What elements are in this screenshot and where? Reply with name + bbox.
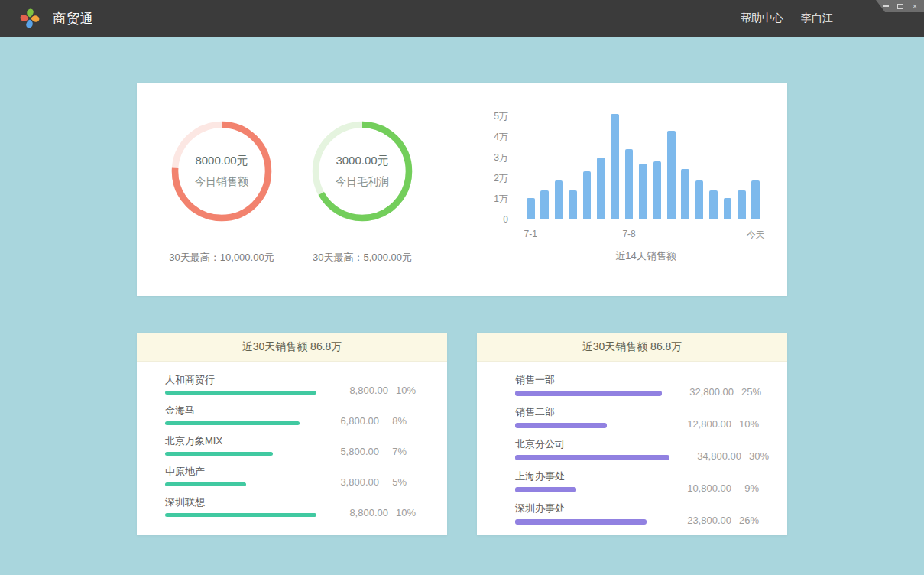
rank-percent: 8% (379, 415, 407, 427)
rank-row-left: 销售一部 (515, 374, 674, 396)
today-profit-gauge: 3000.00元 今日毛利润 30天最高：5,000.00元 (277, 83, 447, 265)
x-axis-label: 7-8 (622, 229, 635, 239)
rank-name: 北京分公司 (515, 438, 669, 450)
gauge-amount: 3000.00元 (336, 154, 388, 168)
rank-row: 北京万象MIX 5,800.00 7% (165, 435, 407, 456)
rank-name: 人和商贸行 (165, 374, 316, 385)
chart-title: 近14天销售额 (527, 249, 765, 263)
rank-bar (165, 482, 246, 486)
close-button[interactable]: × (911, 2, 919, 11)
rank-amount: 8,800.00 (329, 385, 388, 396)
chart-bar (555, 180, 563, 219)
minimize-button[interactable] (882, 2, 890, 11)
y-axis-tick: 0 (458, 213, 508, 226)
maximize-icon (897, 4, 903, 9)
rank-bar (165, 452, 273, 456)
rank-percent: 10% (731, 418, 759, 430)
rank-row-left: 北京分公司 (515, 438, 682, 460)
rank-card-title: 近30天销售额 86.8万 (477, 333, 787, 362)
rank-row-values: 32,800.00 25% (674, 386, 761, 398)
user-menu[interactable]: 李白江 (801, 11, 833, 25)
gauge-center: 3000.00元 今日毛利润 (311, 120, 413, 223)
rank-name: 北京万象MIX (165, 435, 307, 447)
rank-name: 深圳联想 (165, 496, 316, 508)
rank-row-values: 23,800.00 26% (672, 515, 759, 526)
y-axis-tick: 1万 (458, 193, 508, 205)
y-axis-tick: 2万 (458, 172, 508, 184)
rank-row: 深圳办事处 23,800.00 26% (515, 502, 759, 525)
header-nav: 帮助中心 李白江 (741, 11, 833, 25)
rank-bar (165, 513, 316, 517)
rank-bar (515, 455, 669, 460)
rank-row: 中原地产 3,800.00 5% (165, 466, 407, 486)
brand: 商贸通 (17, 6, 94, 31)
pinwheel-logo-icon (17, 6, 43, 31)
rank-row-left: 上海办事处 (515, 470, 672, 492)
rank-row-values: 34,800.00 30% (682, 450, 769, 462)
gauge-center: 8000.00元 今日销售额 (170, 120, 273, 223)
y-axis-tick: 4万 (458, 131, 508, 143)
y-axis-tick: 3万 (458, 151, 508, 164)
rank-list: 销售一部 32,800.00 25% 销售二部 12,800.00 10% 北京… (477, 362, 787, 525)
rank-percent: 5% (379, 476, 407, 488)
rank-name: 销售二部 (515, 406, 660, 417)
rank-row: 上海办事处 10,800.00 9% (515, 470, 759, 492)
gauge-ring: 8000.00元 今日销售额 (170, 120, 273, 223)
main-content: 8000.00元 今日销售额 30天最高：10,000.00元 3000.00元… (137, 37, 787, 535)
chart-bar (597, 158, 605, 219)
gauge-label: 今日销售额 (195, 175, 248, 189)
rank-amount: 23,800.00 (672, 515, 731, 526)
rank-name: 上海办事处 (515, 470, 660, 482)
rank-bar (515, 391, 662, 396)
minimize-icon (883, 5, 889, 7)
y-axis-tick: 5万 (458, 110, 508, 122)
x-axis-label: 今天 (747, 229, 765, 242)
chart-bar (751, 180, 760, 219)
rank-row-values: 10,800.00 9% (672, 482, 759, 494)
rank-row: 销售一部 32,800.00 25% (515, 374, 759, 396)
rank-row-left: 人和商贸行 (165, 374, 329, 395)
rank-amount: 34,800.00 (682, 450, 741, 462)
rank-bar (515, 487, 576, 492)
app-title: 商贸通 (53, 10, 94, 28)
rank-percent: 26% (731, 515, 759, 526)
chart-bar (709, 190, 718, 219)
rank-amount: 5,800.00 (319, 446, 379, 457)
rank-row-left: 中原地产 (165, 466, 319, 486)
chart-bar (738, 190, 746, 219)
rank-bar (515, 519, 647, 525)
rank-cards-row: 近30天销售额 86.8万 人和商贸行 8,800.00 10% 金海马 6,8… (137, 333, 787, 535)
help-center-link[interactable]: 帮助中心 (741, 11, 783, 25)
chart-bar (569, 190, 577, 219)
bar-plot: 7-17-8今天 (527, 105, 765, 219)
rank-percent: 25% (734, 386, 761, 398)
rank-row-left: 金海马 (165, 404, 319, 425)
rank-percent: 10% (388, 507, 416, 518)
rank-row-left: 深圳办事处 (515, 502, 672, 525)
chart-bar (540, 190, 549, 219)
rank-bar (165, 421, 300, 425)
rank-row-left: 深圳联想 (165, 496, 329, 517)
rank-percent: 7% (379, 446, 407, 457)
rank-name: 中原地产 (165, 466, 307, 477)
maximize-button[interactable] (896, 2, 904, 11)
rank-amount: 8,800.00 (329, 507, 388, 518)
rank-amount: 12,800.00 (672, 418, 731, 430)
rank-row-values: 8,800.00 10% (329, 507, 416, 518)
rank-row-values: 6,800.00 8% (319, 415, 407, 427)
rank-amount: 32,800.00 (674, 386, 734, 398)
rank-row: 北京分公司 34,800.00 30% (515, 438, 759, 460)
rank-row: 人和商贸行 8,800.00 10% (165, 374, 407, 395)
gauge-amount: 8000.00元 (195, 154, 248, 168)
rank-percent: 30% (741, 450, 769, 462)
rank-percent: 9% (731, 482, 759, 494)
rank-row-values: 8,800.00 10% (329, 385, 416, 396)
chart-bar (724, 198, 732, 219)
gauge-ring: 3000.00元 今日毛利润 (311, 120, 413, 223)
close-icon: × (913, 2, 917, 11)
rank-list: 人和商贸行 8,800.00 10% 金海马 6,800.00 8% 北京万象M… (137, 362, 447, 517)
rank-row-left: 销售二部 (515, 406, 672, 428)
rank-name: 销售一部 (515, 374, 662, 385)
rank-percent: 10% (388, 385, 416, 396)
gauge-footnote: 30天最高：5,000.00元 (277, 251, 447, 265)
